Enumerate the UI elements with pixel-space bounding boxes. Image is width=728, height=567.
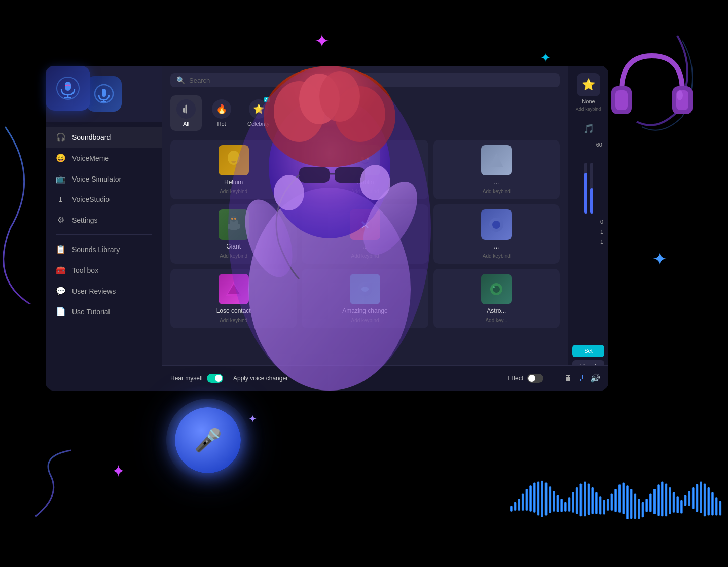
category-tab-all[interactable]: All [170,95,202,131]
celebrity-label: Celebrity [247,121,269,127]
mic-orb-icon: 🎤 [194,427,222,453]
search-input[interactable] [189,77,554,84]
eq-numbers: 0 1 1 [572,219,604,245]
mic-icon: 🎙 [577,374,585,383]
effect-card-third[interactable]: ... Add keybind [433,140,560,199]
svg-marker-22 [228,284,240,294]
eq-val-60: 60 [596,141,602,148]
use-tutorial-icon: 📄 [56,307,66,316]
goblin-keybind: Add keybind [351,189,379,194]
helium-name: Helium [224,179,243,186]
voice-simulator-icon: 📺 [56,174,66,184]
apply-voice-changer-label: Apply voice changer [233,375,288,382]
sidebar-item-soundboard[interactable]: 🎧 Soundboard [46,127,162,148]
category-tab-celebrity[interactable]: ⭐ AI Celebrity [241,95,275,131]
sidebar-item-voicememe[interactable]: 😄 VoiceMeme [46,148,162,168]
voicememe-icon: 😄 [56,153,66,163]
effect-card-fourth[interactable]: ... Add keybind [302,204,428,264]
soundboard-icon: 🎧 [56,132,66,142]
fourth-name: ... [362,243,368,250]
eq-val-1b: 1 [600,239,603,245]
effect-switch[interactable] [527,374,543,383]
user-reviews-label: User Reviews [72,287,116,295]
hear-myself-switch[interactable] [207,374,223,383]
svg-rect-4 [183,108,185,113]
sounds-library-icon: 📋 [56,244,66,254]
all-label: All [183,121,189,127]
giant-keybind: Add keybind [220,253,247,259]
effect-card-helium[interactable]: Helium Add keybind [170,140,297,199]
svg-point-9 [366,157,369,160]
nav-divider-1 [56,234,152,235]
sidebar-item-user-reviews[interactable]: 💬 User Reviews [46,280,162,301]
sidebar-item-sounds-library[interactable]: 📋 Sounds Library [46,239,162,260]
lose-contact-name: Lose contact [216,307,251,314]
third-avatar [481,145,512,175]
voicestudio-label: VoiceStudio [72,195,110,203]
sidebar-item-voicestudio[interactable]: 🎚 VoiceStudio [46,189,162,209]
vert-sliders [584,153,593,214]
effect-card-goblin[interactable]: Goblin Add keybind [302,140,428,199]
app-window: 🎧 Soundboard 😄 VoiceMeme 📺 Voice Simulat… [46,66,608,391]
sounds-library-label: Sounds Library [72,245,120,254]
eq-val-1a: 1 [600,229,603,235]
astro-name: Astro... [487,307,506,314]
add-keybind-fav: Add keybind [576,107,601,112]
effect-card-giant[interactable]: Giant Add keybind [170,204,297,264]
astro-keybind: Add key... [485,317,507,323]
slider-2-track[interactable] [590,163,593,214]
effect-card-amazing-change[interactable]: Amazing change Add keybind [302,269,428,328]
svg-point-20 [492,221,500,229]
search-bar: 🔍 [162,66,568,92]
sidebar-item-voice-simulator[interactable]: 📺 Voice Simulator [46,168,162,189]
goblin-avatar [350,145,380,175]
giant-name: Giant [226,243,241,250]
user-reviews-icon: 💬 [56,286,66,296]
voice-simulator-label: Voice Simulator [72,175,121,183]
cyan-action-button[interactable]: Set [572,345,604,357]
apply-voice-changer-toggle[interactable]: Apply voice changer [233,375,288,382]
astro-avatar [481,274,512,304]
effects-grid: Helium Add keybind Goblin Add keyb [162,136,568,365]
effect-card-lose-contact[interactable]: Lose contact Add keybind [170,269,297,328]
hot-icon: 🔥 [212,99,231,119]
bottom-bar: Hear myself Apply voice changer Effect 🖥… [162,365,608,391]
category-tabs: All 🔥 Hot ⭐ AI Celebrity [162,92,568,136]
sidebar-item-toolbox[interactable]: 🧰 Tool box [46,260,162,280]
svg-point-7 [358,152,372,167]
right-panel: ⭐ None Add keybind 🎵 60 0 [568,66,608,391]
hear-myself-label: Hear myself [170,375,203,382]
category-tab-hot[interactable]: 🔥 Hot [206,95,237,131]
fifth-avatar [481,209,512,240]
main-content: 🔍 All 🔥 Hot [162,66,608,391]
toolbox-label: Tool box [72,266,98,274]
effect-card-astro[interactable]: Astro... Add key... [433,269,560,328]
lose-contact-keybind: Add keybind [220,317,247,323]
slider-1-track[interactable] [584,163,587,214]
sidebar-item-use-tutorial[interactable]: 📄 Use Tutorial [46,301,162,322]
toolbox-icon: 🧰 [56,265,66,275]
sidebar-item-settings[interactable]: ⚙ Settings [46,209,162,230]
search-input-wrap[interactable]: 🔍 [170,73,560,87]
none-label: None [581,98,595,104]
hear-myself-toggle[interactable]: Hear myself [170,374,223,383]
svg-point-26 [493,286,495,288]
speaker-icon: 🔊 [590,373,600,383]
all-icon [176,99,196,119]
eq-val-0: 0 [600,219,603,225]
ai-badge: AI [264,97,270,102]
mic-orb[interactable]: 🎤 [175,407,241,473]
sidebar: 🎧 Soundboard 😄 VoiceMeme 📺 Voice Simulat… [46,66,162,391]
monitor-icon: 🖥 [564,374,572,383]
use-tutorial-label: Use Tutorial [72,308,110,316]
effect-toggle[interactable]: Effect [508,374,543,383]
favorites-icon[interactable]: ⭐ [577,73,600,96]
effect-card-fifth[interactable]: ... Add keybind [433,204,560,264]
goblin-name: Goblin [356,179,374,186]
settings-icon: ⚙ [56,215,66,225]
app-logo-icon [86,76,122,112]
voicestudio-icon: 🎚 [56,195,66,204]
third-keybind: Add keybind [483,189,511,194]
helium-keybind: Add keybind [220,189,247,194]
fourth-avatar [350,209,380,240]
